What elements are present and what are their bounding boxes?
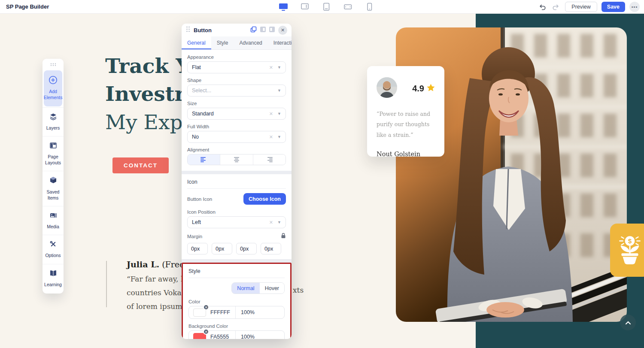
contact-button[interactable]: CONTACT: [112, 157, 169, 173]
sidebar-item-media[interactable]: Media: [43, 206, 64, 235]
plus-circle-icon: [49, 76, 58, 86]
sidebar-item-label: Saved Items: [43, 189, 63, 201]
dock-left-icon[interactable]: [260, 26, 266, 34]
icon-position-select[interactable]: Left ✕▼: [187, 216, 286, 228]
color-opacity-value[interactable]: 100%: [235, 306, 284, 318]
app-title: SP Page Builder: [6, 3, 49, 10]
color-swatch[interactable]: ✕: [189, 306, 210, 318]
button-settings-panel: Button ✕ General Style Advanced Interact…: [182, 24, 292, 339]
mobile-landscape-icon[interactable]: [343, 2, 353, 12]
clear-color-icon[interactable]: ✕: [203, 329, 209, 335]
tab-style[interactable]: Style: [211, 36, 234, 49]
align-left-button[interactable]: [188, 154, 220, 165]
sidebar-item-add-elements[interactable]: Add Elements: [44, 70, 62, 106]
clear-icon[interactable]: ✕: [269, 65, 273, 70]
tab-advanced[interactable]: Advanced: [234, 36, 267, 49]
color-label: Color: [188, 299, 285, 304]
clear-icon[interactable]: ✕: [269, 111, 273, 117]
alignment-segmented-control: [187, 154, 286, 165]
sidebar-item-options[interactable]: Options: [43, 235, 64, 263]
sidebar-item-learning[interactable]: Learning: [43, 264, 64, 293]
background-color-label: Background Color: [188, 324, 285, 329]
save-button[interactable]: Save: [601, 2, 625, 12]
margin-bottom-input[interactable]: [236, 243, 257, 254]
tab-interaction[interactable]: Interaction: [268, 36, 292, 49]
margin-top-input[interactable]: [187, 243, 208, 254]
builder-toolbar: Add Elements Layers Page Layouts Saved I…: [43, 59, 64, 294]
full-width-label: Full Width: [187, 124, 286, 129]
laptop-icon[interactable]: [300, 2, 310, 12]
chevron-down-icon: ▼: [277, 65, 281, 70]
panel-section-style-highlighted: Style Normal Hover Color ✕ FFFFFF 100% B…: [182, 263, 292, 339]
clear-icon[interactable]: ✕: [269, 134, 273, 140]
tools-icon: [49, 240, 58, 250]
panel-title: Button: [194, 27, 212, 33]
shape-select[interactable]: Select... ▼: [187, 85, 286, 97]
chevron-down-icon: ▼: [277, 220, 281, 224]
appearance-value: Flat: [192, 64, 201, 70]
hero-heading-line3: My Exp: [105, 112, 183, 132]
background-color-opacity-value[interactable]: 100%: [235, 331, 284, 339]
background-color-swatch[interactable]: ✕: [189, 331, 210, 339]
margin-label: Margin: [187, 234, 202, 239]
align-center-button[interactable]: [220, 154, 252, 165]
icon-position-label: Icon Position: [187, 209, 286, 215]
state-toggle: Normal Hover: [231, 282, 285, 294]
tablet-icon[interactable]: [321, 2, 331, 12]
more-icon[interactable]: •••: [629, 2, 640, 12]
layers-icon: [49, 112, 58, 122]
duplicate-icon[interactable]: [250, 26, 257, 34]
dock-right-icon[interactable]: [269, 26, 275, 34]
preview-button[interactable]: Preview: [565, 2, 597, 12]
sidebar-item-page-layouts[interactable]: Page Layouts: [43, 136, 64, 171]
sidebar-item-label: Media: [47, 224, 59, 230]
background-color-hex-value[interactable]: FA5555: [210, 334, 235, 339]
lock-icon[interactable]: [281, 233, 286, 240]
topbar-actions: Preview Save •••: [538, 0, 640, 14]
clear-icon[interactable]: ✕: [269, 220, 273, 225]
background-color-input-group: ✕ FA5555 100%: [188, 330, 285, 339]
undo-icon[interactable]: [538, 2, 547, 12]
toolbar-drag-handle-icon[interactable]: [43, 59, 64, 70]
choose-icon-button[interactable]: Choose Icon: [243, 193, 286, 205]
testimonial-divider: [106, 261, 107, 307]
sidebar-item-label: Add Elements: [44, 88, 63, 100]
color-input-group: ✕ FFFFFF 100%: [188, 306, 285, 319]
align-right-button[interactable]: [253, 154, 286, 165]
mobile-portrait-icon[interactable]: [364, 2, 374, 12]
chevron-down-icon: ▼: [277, 88, 281, 93]
full-width-select[interactable]: No ✕▼: [187, 131, 286, 143]
size-value: Standard: [192, 111, 214, 117]
book-icon: [49, 269, 58, 279]
desktop-icon[interactable]: [278, 2, 289, 12]
scroll-top-button[interactable]: [620, 315, 636, 330]
size-label: Size: [187, 101, 286, 106]
full-width-value: No: [192, 134, 199, 140]
clear-color-icon[interactable]: ✕: [203, 304, 209, 310]
style-section-title: Style: [188, 268, 285, 278]
sidebar-item-label: Layers: [46, 125, 60, 131]
panel-section-icon: Icon Button Icon Choose Icon Icon Positi…: [182, 174, 292, 259]
reviewer-name: Nout Golstein: [377, 151, 435, 157]
star-icon: [427, 84, 435, 94]
margin-right-input[interactable]: [212, 243, 232, 254]
tab-general[interactable]: General: [182, 36, 211, 49]
chevron-down-icon: ▼: [277, 135, 281, 139]
state-hover-button[interactable]: Hover: [260, 283, 284, 294]
chevron-down-icon: ▼: [277, 112, 281, 116]
shape-label: Shape: [187, 78, 286, 83]
icon-section-title: Icon: [187, 179, 286, 189]
size-select[interactable]: Standard ✕▼: [187, 108, 286, 120]
margin-left-input[interactable]: [261, 243, 281, 254]
sidebar-item-layers[interactable]: Layers: [43, 107, 64, 136]
appearance-label: Appearance: [187, 54, 286, 60]
color-hex-value[interactable]: FFFFFF: [210, 309, 235, 315]
appearance-select[interactable]: Flat ✕▼: [187, 61, 286, 73]
redo-icon[interactable]: [551, 2, 561, 12]
close-icon[interactable]: ✕: [278, 26, 287, 35]
sidebar-item-label: Learning: [44, 281, 62, 287]
review-quote: “Power to raise and purify our thoughts …: [377, 109, 435, 140]
state-normal-button[interactable]: Normal: [232, 283, 259, 294]
sidebar-item-saved-items[interactable]: Saved Items: [43, 171, 64, 206]
panel-drag-handle-icon[interactable]: [186, 26, 190, 34]
